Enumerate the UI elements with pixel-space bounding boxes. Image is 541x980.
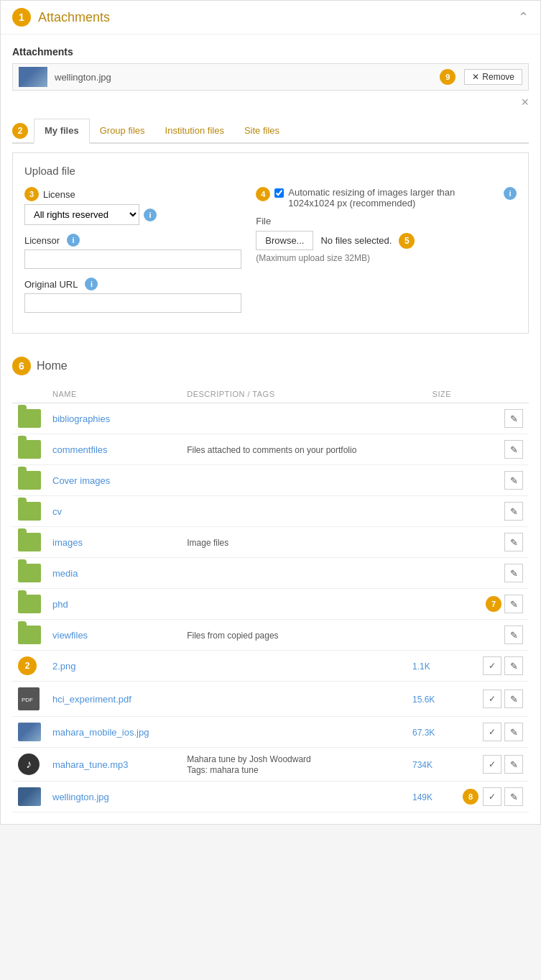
folder-name[interactable]: viewfiles [52, 630, 88, 641]
browse-button[interactable]: Browse... [256, 231, 313, 250]
select-button[interactable]: ✓ [483, 755, 501, 774]
folder-icon [18, 626, 41, 644]
attachments-body: Attachments wellington.jpg 9 ✕ Remove × … [1, 35, 540, 345]
collapse-icon[interactable]: ⌃ [518, 9, 529, 25]
folder-name[interactable]: Cover images [52, 475, 110, 486]
table-row: wellington.jpg 149K 8 ✓ ✎ [12, 782, 529, 812]
folder-desc: Files attached to comments on your portf… [187, 445, 356, 455]
table-row: media ✎ [12, 558, 529, 589]
file-name[interactable]: mahara_mobile_ios.jpg [52, 727, 149, 738]
auto-resize-checkbox[interactable] [274, 188, 284, 198]
folder-icon [18, 471, 41, 490]
step-6-badge: 6 [12, 357, 31, 375]
tab-site-files[interactable]: Site files [234, 119, 290, 144]
edit-button[interactable]: ✎ [504, 502, 523, 521]
license-select[interactable]: All rights reserved Creative Commons Pub… [24, 204, 139, 225]
select-button[interactable]: ✓ [483, 656, 501, 675]
licensor-row: Licensor i [24, 234, 241, 269]
folder-name[interactable]: images [52, 537, 83, 548]
remove-label: Remove [482, 72, 514, 82]
licensor-input[interactable] [24, 249, 241, 269]
original-url-row: Original URL i [24, 278, 241, 313]
folder-icon [18, 533, 41, 551]
table-row: PDF hci_experiment.pdf 15.6K ✓ ✎ [12, 682, 529, 717]
tab-group-files[interactable]: Group files [90, 119, 155, 144]
file-size: 149K [412, 792, 433, 802]
folder-name[interactable]: cv [52, 506, 62, 517]
upload-right-panel: 4 Automatic resizing of images larger th… [256, 187, 517, 321]
folder-icon [18, 595, 41, 613]
file-size: 1.1K [412, 661, 430, 672]
attachment-filename: wellington.jpg [55, 72, 440, 83]
file-name[interactable]: wellington.jpg [52, 792, 109, 802]
edit-button[interactable]: ✎ [504, 564, 523, 582]
edit-button[interactable]: ✎ [504, 471, 523, 490]
home-title: Home [37, 360, 68, 372]
edit-button[interactable]: ✎ [504, 595, 523, 613]
edit-button[interactable]: ✎ [504, 409, 523, 428]
select-button[interactable]: ✓ [483, 787, 501, 806]
select-button[interactable]: ✓ [483, 723, 501, 741]
home-section: 6 Home NAME DESCRIPTION / TAGS SIZE bibl… [1, 345, 540, 824]
file-name[interactable]: 2.png [52, 661, 76, 672]
panel-title: 1 Attachments [12, 8, 110, 27]
remove-x-icon: ✕ [472, 72, 479, 82]
step-4-badge: 4 [256, 187, 270, 201]
table-row: phd 7 ✎ [12, 589, 529, 620]
file-label: File [256, 216, 517, 226]
step-5-badge: 5 [399, 233, 415, 249]
edit-button[interactable]: ✎ [504, 723, 523, 741]
file-upload-row: File Browse... No files selected. 5 (Max… [256, 216, 517, 263]
upload-title: Upload file [24, 165, 517, 177]
close-x-icon[interactable]: × [521, 95, 529, 109]
max-upload-text: (Maximum upload size 32MB) [256, 253, 517, 263]
attachments-label: Attachments [12, 46, 529, 58]
folder-name[interactable]: bibliographies [52, 413, 110, 424]
table-row: 2 2.png 1.1K ✓ ✎ [12, 651, 529, 682]
edit-button[interactable]: ✎ [504, 690, 523, 708]
original-url-input[interactable] [24, 293, 241, 313]
auto-resize-info-icon[interactable]: i [504, 187, 517, 200]
step-1-badge: 1 [12, 8, 31, 27]
tab-my-files[interactable]: My files [34, 119, 90, 144]
edit-button[interactable]: ✎ [504, 787, 523, 806]
folder-name[interactable]: phd [52, 599, 68, 610]
file-badge-2: 2 [18, 656, 37, 675]
folder-desc: Files from copied pages [187, 631, 278, 641]
table-row: commentfiles Files attached to comments … [12, 434, 529, 465]
folder-name[interactable]: media [52, 568, 78, 579]
folder-name[interactable]: commentfiles [52, 444, 108, 455]
step-7-badge: 7 [486, 596, 501, 612]
col-size: SIZE [407, 385, 457, 403]
edit-button[interactable]: ✎ [504, 626, 523, 644]
pdf-file-icon: PDF [18, 687, 40, 710]
col-desc: DESCRIPTION / TAGS [181, 385, 407, 403]
col-actions [457, 385, 529, 403]
file-size: 15.6K [412, 695, 435, 705]
licensor-label: Licensor [24, 235, 60, 246]
original-url-info-icon[interactable]: i [85, 278, 98, 290]
folder-icon [18, 409, 41, 428]
license-info-icon[interactable]: i [144, 209, 157, 221]
original-url-label: Original URL [24, 279, 78, 290]
table-row: Cover images ✎ [12, 465, 529, 496]
licensor-info-icon[interactable]: i [67, 234, 80, 247]
edit-button[interactable]: ✎ [504, 755, 523, 774]
remove-button[interactable]: ✕ Remove [464, 69, 522, 85]
edit-button[interactable]: ✎ [504, 533, 523, 551]
file-size: 734K [412, 760, 433, 770]
audio-file-icon: ♪ [18, 754, 40, 775]
folder-icon [18, 440, 41, 459]
select-button[interactable]: ✓ [483, 690, 501, 708]
file-name[interactable]: hci_experiment.pdf [52, 694, 131, 705]
table-row: viewfiles Files from copied pages ✎ [12, 620, 529, 651]
file-table: NAME DESCRIPTION / TAGS SIZE bibliograph… [12, 385, 529, 812]
edit-button[interactable]: ✎ [504, 440, 523, 459]
file-name[interactable]: mahara_tune.mp3 [52, 759, 129, 770]
table-row: images Image files ✎ [12, 527, 529, 558]
edit-button[interactable]: ✎ [504, 656, 523, 675]
tab-institution-files[interactable]: Institution files [155, 119, 234, 144]
panel-title-text: Attachments [38, 10, 110, 25]
auto-resize-row: 4 Automatic resizing of images larger th… [256, 187, 517, 209]
no-file-text: No files selected. [320, 235, 392, 246]
